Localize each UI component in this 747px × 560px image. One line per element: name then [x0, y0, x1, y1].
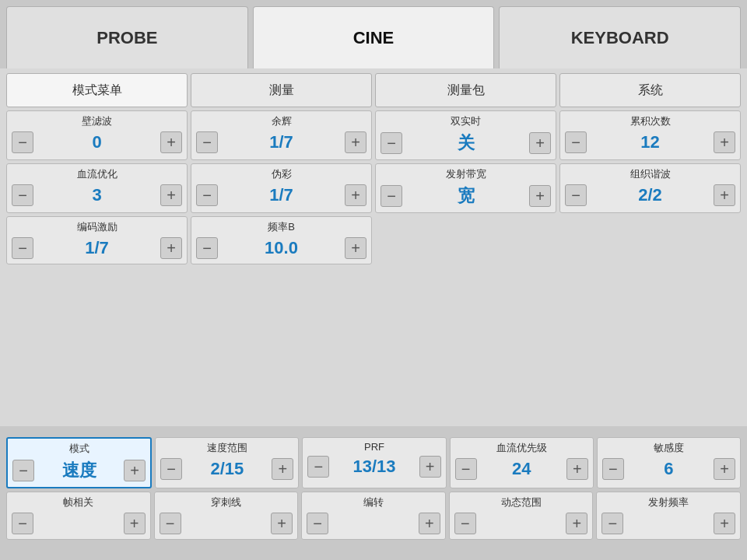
bottom-cell-frame-corr: 帧相关 − + — [6, 492, 151, 540]
dual-realtime-plus[interactable]: + — [529, 132, 551, 154]
sensitivity-minus[interactable]: − — [602, 458, 624, 480]
tx-bandwidth-plus[interactable]: + — [529, 185, 551, 207]
controls-grid: 壁滤波 − 0 + 余辉 − 1/7 + 双实时 − 关 + 累积次数 — [6, 110, 741, 264]
steering-minus[interactable]: − — [307, 513, 328, 534]
velocity-range-minus[interactable]: − — [160, 458, 182, 480]
empty-cell-2 — [559, 216, 741, 264]
tab-keyboard[interactable]: KEYBOARD — [499, 6, 741, 68]
coded-excitation-minus[interactable]: − — [12, 237, 33, 259]
control-flow-optimize: 血流优化 − 3 + — [6, 163, 188, 213]
control-coded-excitation: 编码激励 − 1/7 + — [6, 216, 188, 264]
dual-realtime-minus[interactable]: − — [381, 132, 402, 154]
wall-filter-plus[interactable]: + — [160, 131, 182, 153]
needle-guide-minus[interactable]: − — [160, 513, 181, 534]
tissue-harmonic-minus[interactable]: − — [565, 184, 587, 206]
freq-b-minus[interactable]: − — [196, 237, 218, 259]
bottom-row-2: 帧相关 − + 穿刺线 − + 编转 − + 动态范围 — [6, 492, 741, 540]
bottom-cell-needle-guide: 穿刺线 − + — [154, 492, 299, 540]
wall-filter-minus[interactable]: − — [12, 131, 33, 153]
empty-cell-1 — [375, 216, 556, 264]
accum-count-minus[interactable]: − — [565, 131, 587, 153]
top-tabs-bar: PROBE CINE KEYBOARD — [0, 0, 747, 68]
persistence-plus[interactable]: + — [345, 131, 366, 153]
dynamic-range-minus[interactable]: − — [454, 513, 476, 534]
frame-corr-plus[interactable]: + — [124, 513, 146, 534]
frame-corr-minus[interactable]: − — [12, 513, 33, 534]
control-pseudo-color: 伪彩 − 1/7 + — [191, 163, 372, 213]
tab-probe[interactable]: PROBE — [6, 6, 248, 68]
needle-guide-plus[interactable]: + — [271, 513, 293, 534]
control-dual-realtime: 双实时 − 关 + — [375, 110, 556, 160]
bottom-cell-tx-freq: 发射频率 − + — [596, 492, 741, 540]
bottom-cell-velocity-range: 速度范围 − 2/15 + — [155, 437, 299, 488]
steering-plus[interactable]: + — [419, 513, 440, 534]
bottom-cell-prf: PRF − 13/13 + — [302, 437, 446, 488]
mode-plus[interactable]: + — [124, 460, 146, 481]
sub-tab-measure[interactable]: 测量 — [191, 73, 372, 107]
sub-tab-measure-pack[interactable]: 测量包 — [375, 73, 556, 107]
sub-tab-system[interactable]: 系统 — [559, 73, 741, 107]
prf-minus[interactable]: − — [307, 456, 329, 478]
velocity-range-plus[interactable]: + — [272, 458, 293, 480]
flow-optimize-plus[interactable]: + — [160, 184, 182, 206]
tab-cine[interactable]: CINE — [253, 6, 495, 68]
prf-plus[interactable]: + — [419, 456, 441, 478]
tx-freq-minus[interactable]: − — [601, 513, 623, 534]
sensitivity-plus[interactable]: + — [714, 458, 735, 480]
tissue-harmonic-plus[interactable]: + — [714, 184, 735, 206]
sub-tabs-bar: 模式菜单 测量 测量包 系统 — [6, 73, 741, 107]
tx-bandwidth-minus[interactable]: − — [381, 185, 402, 207]
control-accum-count: 累积次数 − 12 + — [559, 110, 741, 160]
dynamic-range-plus[interactable]: + — [566, 513, 587, 534]
bottom-cell-mode: 模式 − 速度 + — [6, 437, 152, 488]
bottom-row-1: 模式 − 速度 + 速度范围 − 2/15 + PRF − 13/13 + — [6, 437, 741, 488]
tx-freq-plus[interactable]: + — [714, 513, 735, 534]
bottom-cell-steering: 编转 − + — [301, 492, 446, 540]
freq-b-plus[interactable]: + — [345, 237, 366, 259]
pseudo-color-plus[interactable]: + — [345, 184, 366, 206]
flow-optimize-minus[interactable]: − — [12, 184, 33, 206]
flow-priority-plus[interactable]: + — [566, 458, 588, 480]
pseudo-color-minus[interactable]: − — [196, 184, 218, 206]
control-tissue-harmonic: 组织谐波 − 2/2 + — [559, 163, 741, 213]
coded-excitation-plus[interactable]: + — [160, 237, 182, 259]
persistence-minus[interactable]: − — [196, 131, 218, 153]
main-area: 模式菜单 测量 测量包 系统 壁滤波 − 0 + 余辉 − 1/7 + — [0, 68, 747, 426]
control-persistence: 余辉 − 1/7 + — [191, 110, 372, 160]
mode-minus[interactable]: − — [12, 460, 34, 481]
bottom-section: 模式 − 速度 + 速度范围 − 2/15 + PRF − 13/13 + — [0, 434, 747, 560]
control-tx-bandwidth: 发射带宽 − 宽 + — [375, 163, 556, 213]
accum-count-plus[interactable]: + — [714, 131, 735, 153]
sub-tab-mode-menu[interactable]: 模式菜单 — [6, 73, 188, 107]
bottom-cell-sensitivity: 敏感度 − 6 + — [597, 437, 741, 488]
control-freq-b: 频率B − 10.0 + — [191, 216, 372, 264]
bottom-cell-flow-priority: 血流优先级 − 24 + — [450, 437, 594, 488]
control-wall-filter: 壁滤波 − 0 + — [6, 110, 188, 160]
bottom-cell-dynamic-range: 动态范围 − + — [449, 492, 594, 540]
flow-priority-minus[interactable]: − — [455, 458, 477, 480]
